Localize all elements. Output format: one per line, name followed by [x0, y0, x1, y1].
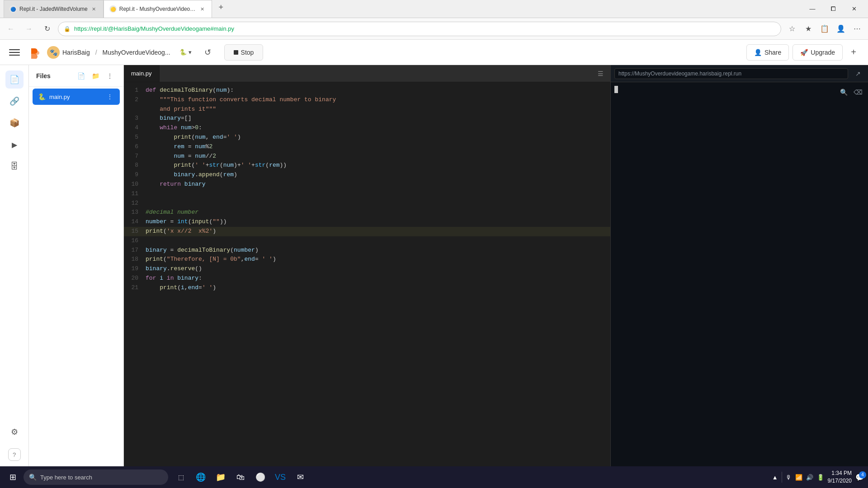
output-actions: 🔍 ⌫ [837, 86, 864, 99]
editor-menu-button[interactable]: ☰ [594, 67, 607, 80]
tab1-close[interactable]: ✕ [90, 5, 98, 13]
editor-tab-label: main.py [131, 70, 152, 77]
code-line-7: 7 num = num//2 [124, 152, 610, 161]
code-editor[interactable]: 1 def decimalToBinary(num): 2 """This fu… [124, 82, 610, 466]
stop-button[interactable]: Stop [224, 44, 264, 61]
code-line-13: 13 #decimal number [124, 208, 610, 217]
minimize-button[interactable]: — [802, 0, 823, 18]
address-bar: ← → ↻ 🔒 https://repl.it/@HarisBaig/Mushy… [0, 18, 868, 40]
upgrade-button[interactable]: 🚀 Upgrade [793, 44, 843, 61]
editor-tab-main-py[interactable]: main.py [124, 65, 160, 82]
username: HarisBaig [62, 49, 90, 56]
taskbar-explorer-icon[interactable]: 📁 [212, 468, 230, 486]
add-button[interactable]: + [846, 45, 861, 60]
code-line-17: 17 binary = decimalToBinary(number) [124, 246, 610, 255]
taskbar-chrome-icon[interactable]: ⚪ [251, 468, 269, 486]
share-icon: 👤 [754, 49, 762, 56]
browser-tab-2[interactable]: 🟡 Repl.it - MushyOverdueVideoga... ✕ [104, 0, 212, 18]
output-url-input[interactable]: https://MushyOverduevideogame.harisbaig.… [614, 68, 848, 79]
files-menu-button[interactable]: ⋮ [104, 70, 116, 82]
browser-tab-1[interactable]: 🔵 Repl.it - JadedWiltedVolume ✕ [4, 0, 104, 18]
taskbar-mail-icon[interactable]: ✉ [291, 468, 309, 486]
code-line-2: 2 """This function converts decimal numb… [124, 95, 610, 105]
output-search-button[interactable]: 🔍 [837, 86, 850, 99]
editor-area: main.py ☰ 1 def decimalToBinary(num): 2 … [124, 65, 610, 466]
sidebar-item-database[interactable]: 🗄 [5, 157, 24, 175]
file-item-main-py[interactable]: 🐍 main.py ⋮ [33, 89, 120, 105]
maximize-button[interactable]: ⧠ [823, 0, 844, 18]
new-folder-button[interactable]: 📁 [89, 70, 102, 82]
replit-logo[interactable] [27, 45, 42, 60]
network-icon[interactable]: 📶 [795, 474, 802, 481]
browser-action-icon[interactable]: 📋 [817, 22, 832, 36]
code-line-9: 9 binary.append(rem) [124, 170, 610, 180]
upgrade-label: Upgrade [811, 49, 835, 56]
refresh-button[interactable]: ↻ [40, 22, 54, 36]
taskbar-search-bar[interactable]: 🔍 Type here to search [24, 469, 168, 485]
taskbar-edge-icon[interactable]: 🌐 [192, 468, 210, 486]
tab2-favicon: 🟡 [109, 5, 117, 13]
python-icon: 🐍 [179, 49, 187, 56]
sidebar-item-run[interactable]: ▶ [5, 136, 24, 154]
sidebar: 📄 🔗 📦 ▶ 🗄 ⚙ ? [0, 65, 29, 466]
back-button[interactable]: ← [4, 22, 18, 36]
battery-icon[interactable]: 🔋 [817, 474, 824, 481]
taskbar-vscode-icon[interactable]: VS [271, 468, 289, 486]
output-body[interactable]: 🔍 ⌫ [611, 82, 868, 466]
more-options-icon[interactable]: ⋯ [850, 22, 864, 36]
microphone-icon[interactable]: 🎙 [786, 474, 792, 481]
forward-button[interactable]: → [22, 22, 36, 36]
history-button[interactable]: ↺ [201, 45, 215, 60]
files-panel: Files 📄 📁 ⋮ 🐍 main.py ⋮ [29, 65, 124, 466]
new-file-button[interactable]: 📄 [75, 70, 87, 82]
taskbar-task-view[interactable]: ⬚ [172, 468, 190, 486]
share-button[interactable]: 👤 Share [746, 44, 789, 61]
tab1-favicon: 🔵 [9, 5, 17, 13]
project-name[interactable]: MushyOverdueVideog... [103, 49, 170, 56]
output-clear-button[interactable]: ⌫ [852, 86, 864, 99]
open-external-button[interactable]: ↗ [852, 67, 864, 80]
editor-tab-actions: ☰ [594, 65, 610, 82]
profile-icon[interactable]: 👤 [834, 22, 848, 36]
url-bar[interactable]: 🔒 https://repl.it/@HarisBaig/MushyOverdu… [58, 22, 781, 36]
volume-icon[interactable]: 🔊 [806, 474, 813, 481]
user-nav[interactable]: 🐾 HarisBaig [47, 46, 90, 59]
main-content: 📄 🔗 📦 ▶ 🗄 ⚙ ? Files 📄 📁 ⋮ 🐍 main.py ⋮ ma… [0, 65, 868, 466]
stop-icon [234, 50, 238, 55]
code-line-16: 16 [124, 236, 610, 246]
sidebar-item-packages[interactable]: 📦 [5, 114, 24, 132]
code-line-15: 15 print('x x//2 x%2') [124, 227, 610, 236]
taskbar-search-text: Type here to search [40, 474, 92, 481]
clock-time: 1:34 PM [831, 469, 852, 477]
language-selector[interactable]: 🐍 ▾ [176, 47, 195, 57]
sidebar-item-files[interactable]: 📄 [5, 70, 24, 89]
start-button[interactable]: ⊞ [4, 468, 22, 486]
url-text: https://repl.it/@HarisBaig/MushyOverdueV… [74, 25, 775, 32]
tab2-title: Repl.it - MushyOverdueVideoga... [119, 6, 196, 12]
show-hidden-icons[interactable]: ▲ [772, 474, 778, 481]
close-button[interactable]: ✕ [844, 0, 864, 18]
bookmark-star-icon[interactable]: ☆ [785, 22, 799, 36]
system-tray: ▲ 🎙 📶 🔊 🔋 [772, 472, 824, 483]
hamburger-button[interactable] [7, 45, 22, 60]
sidebar-item-help[interactable]: ? [8, 448, 21, 461]
new-tab-button[interactable]: + [214, 0, 228, 14]
sidebar-item-share[interactable]: 🔗 [5, 92, 24, 110]
taskbar-store-icon[interactable]: 🛍 [231, 468, 250, 486]
file-options-button[interactable]: ⋮ [105, 92, 114, 101]
code-line-18: 18 print("Therefore, [N] = 0b",end= ' ') [124, 255, 610, 264]
tab1-title: Repl.it - JadedWiltedVolume [19, 6, 88, 12]
tab2-close[interactable]: ✕ [199, 5, 206, 13]
code-line-19: 19 binary.reserve() [124, 264, 610, 274]
code-line-2b: and prints it""" [124, 105, 610, 114]
taskbar-clock[interactable]: 1:34 PM 9/17/2020 [828, 469, 852, 485]
sidebar-item-settings[interactable]: ⚙ [5, 423, 24, 441]
code-line-4: 4 while num>0: [124, 123, 610, 133]
browser-tabs: 🔵 Repl.it - JadedWiltedVolume ✕ 🟡 Repl.i… [4, 0, 802, 18]
stop-label: Stop [241, 49, 254, 56]
code-line-5: 5 print(num, end=' ') [124, 133, 610, 142]
files-actions: 📄 📁 ⋮ [75, 70, 116, 82]
app-bar-right: 👤 Share 🚀 Upgrade + [746, 44, 861, 61]
notification-button[interactable]: 💬 4 [855, 473, 864, 482]
collections-icon[interactable]: ★ [801, 22, 816, 36]
